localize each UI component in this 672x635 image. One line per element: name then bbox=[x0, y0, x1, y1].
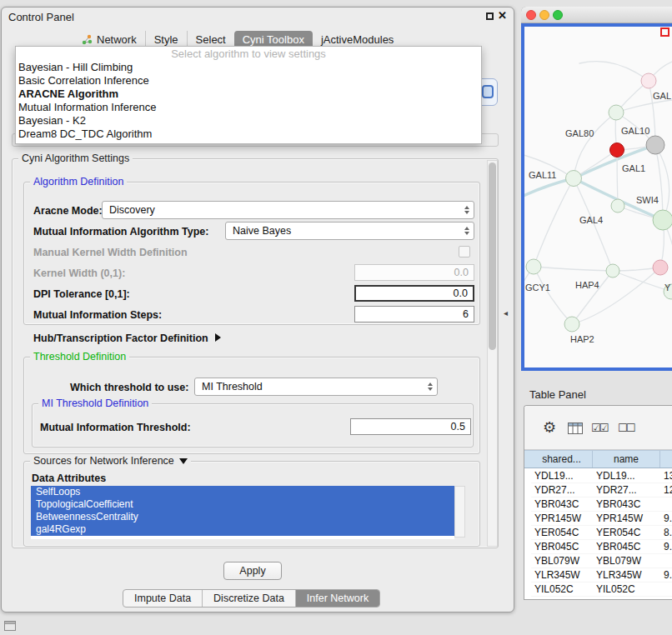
algorithm-menu-item-selected[interactable]: ARACNE Algorithm bbox=[16, 88, 481, 101]
aracne-mode-value: Discovery bbox=[109, 204, 155, 216]
attributes-list-scrollbar[interactable] bbox=[454, 486, 465, 538]
network-node[interactable] bbox=[606, 264, 619, 278]
tab-label: Style bbox=[154, 33, 178, 46]
aracne-mode-select[interactable]: Discovery bbox=[102, 201, 474, 219]
deselect-all-icon[interactable]: ☐☐ bbox=[618, 422, 634, 434]
table-row[interactable]: YIL052CYIL052C bbox=[531, 582, 672, 597]
network-node[interactable] bbox=[564, 317, 579, 332]
attribute-item-selected[interactable]: TopologicalCoefficient bbox=[31, 498, 454, 511]
tab-infer-network[interactable]: Infer Network bbox=[296, 590, 379, 607]
table-cell: YDR27... bbox=[593, 483, 660, 497]
tab-label: Cyni Toolbox bbox=[243, 33, 304, 46]
network-node[interactable] bbox=[526, 259, 541, 274]
cyni-algorithm-settings-title: Cyni Algorithm Settings bbox=[18, 152, 133, 164]
which-threshold-value: MI Threshold bbox=[202, 381, 263, 392]
table-header: shared... name bbox=[524, 450, 672, 468]
minimized-window-icon[interactable] bbox=[4, 621, 16, 631]
table-cell bbox=[660, 498, 672, 511]
network-node[interactable] bbox=[653, 210, 672, 230]
table-row[interactable]: YLR345WYLR345W9. bbox=[531, 568, 672, 582]
network-edge bbox=[534, 267, 572, 324]
table-row[interactable]: YBR043CYBR043C bbox=[531, 498, 672, 512]
table-cell: YDL19... bbox=[593, 469, 660, 482]
hub-section-toggle[interactable]: Hub/Transcription Factor Definition bbox=[33, 332, 221, 344]
tab-discretize-data[interactable]: Discretize Data bbox=[203, 590, 296, 607]
mac-zoom-button[interactable] bbox=[553, 10, 563, 20]
network-node-label: GAL10 bbox=[621, 126, 649, 136]
mi-algorithm-type-value: Naive Bayes bbox=[233, 225, 291, 237]
mi-algorithm-type-select[interactable]: Naive Bayes bbox=[225, 222, 474, 240]
select-all-icon[interactable]: ☑☑ bbox=[591, 422, 607, 434]
kernel-width-field[interactable]: 0.0 bbox=[354, 264, 474, 281]
tab-impute-data[interactable]: Impute Data bbox=[123, 590, 203, 607]
algorithm-menu-item[interactable]: Mutual Information Inference bbox=[16, 101, 481, 114]
apply-button[interactable]: Apply bbox=[223, 562, 282, 580]
table-row[interactable]: YPR145WYPR145W9. bbox=[531, 512, 672, 526]
mi-algorithm-type-label: Mutual Information Algorithm Type: bbox=[33, 226, 208, 238]
network-edge bbox=[534, 267, 613, 271]
attribute-item-selected[interactable]: BetweennessCentrality bbox=[31, 511, 454, 523]
mac-close-button[interactable] bbox=[526, 10, 536, 20]
column-header[interactable]: name bbox=[593, 451, 660, 468]
table-row[interactable]: YDR27...YDR27...12 bbox=[531, 483, 672, 498]
table-row[interactable]: YDL19...YDL19...13 bbox=[531, 469, 672, 483]
network-node[interactable] bbox=[609, 105, 624, 120]
settings-scrollbar[interactable] bbox=[487, 160, 498, 547]
network-node[interactable] bbox=[641, 73, 656, 88]
table-cell: YBL079W bbox=[593, 554, 660, 568]
mi-steps-field[interactable]: 6 bbox=[354, 306, 474, 322]
settings-glyph-icon bbox=[482, 85, 494, 98]
network-node-label: GAL80 bbox=[565, 128, 594, 138]
table-cell: YPR145W bbox=[531, 512, 593, 525]
algorithm-menu-item[interactable]: Dream8 DC_TDC Algorithm bbox=[16, 128, 481, 141]
close-window-icon[interactable]: ✕ bbox=[498, 9, 507, 22]
tab-label: Network bbox=[97, 33, 137, 46]
threshold-definition-title: Threshold Definition bbox=[30, 351, 129, 362]
tab-label: jActiveModules bbox=[321, 33, 394, 46]
gear-icon[interactable]: ⚙ bbox=[543, 418, 556, 437]
control-panel-title: Control Panel bbox=[8, 11, 74, 23]
network-node-label: HAP2 bbox=[570, 334, 594, 344]
mi-threshold-field[interactable]: 0.5 bbox=[350, 418, 471, 435]
scrollbar-thumb[interactable] bbox=[489, 162, 496, 350]
network-node[interactable] bbox=[610, 143, 624, 158]
splitter-collapse-icon[interactable]: ◂ bbox=[504, 308, 508, 318]
algorithm-menu-item[interactable]: Bayesian - Hill Climbing bbox=[16, 61, 481, 74]
mi-threshold-group-title: MI Threshold Definition bbox=[38, 398, 152, 409]
table-row[interactable]: YER054CYER054C8. bbox=[531, 526, 672, 540]
manual-kernel-width-checkbox[interactable] bbox=[459, 246, 470, 258]
sources-section-toggle[interactable]: Sources for Network Inference bbox=[30, 455, 191, 467]
network-node[interactable] bbox=[566, 171, 582, 187]
restore-window-icon[interactable] bbox=[486, 12, 494, 20]
attribute-item-selected[interactable]: SelfLoops bbox=[31, 486, 454, 498]
network-tab-icon bbox=[82, 34, 93, 45]
table-cell: 9. bbox=[660, 568, 672, 582]
algorithm-menu-item[interactable]: Basic Correlation Inference bbox=[16, 74, 481, 88]
table-row[interactable]: YBR045CYBR045C9. bbox=[531, 540, 672, 554]
network-node[interactable] bbox=[646, 136, 664, 154]
algorithm-definition-title: Algorithm Definition bbox=[30, 176, 127, 188]
manual-kernel-width-label: Manual Kernel Width Definition bbox=[33, 247, 188, 258]
table-toolbar: ⚙ ☑☑ ☐☐ bbox=[524, 406, 672, 450]
which-threshold-select[interactable]: MI Threshold bbox=[194, 378, 438, 396]
attribute-item-selected[interactable]: gal4RGexp bbox=[31, 523, 454, 536]
network-node[interactable] bbox=[653, 260, 668, 275]
tab-label: Select bbox=[196, 33, 226, 46]
network-node-label: GCY1 bbox=[525, 282, 550, 292]
table-cell: YER054C bbox=[593, 526, 660, 539]
column-header[interactable]: shared... bbox=[531, 451, 593, 468]
mac-minimize-button[interactable] bbox=[539, 10, 549, 20]
dpi-tolerance-field[interactable]: 0.0 bbox=[354, 285, 474, 302]
table-cell: YBR043C bbox=[593, 498, 660, 511]
network-edge bbox=[579, 62, 649, 81]
table-cell: YPR145W bbox=[593, 512, 660, 525]
bottom-tabs: Impute Data Discretize Data Infer Networ… bbox=[123, 589, 380, 608]
data-attributes-list: SelfLoops TopologicalCoefficient Between… bbox=[31, 486, 454, 539]
algorithm-menu-item[interactable]: Bayesian - K2 bbox=[16, 114, 481, 128]
column-header[interactable] bbox=[660, 451, 672, 468]
table-cell: YIL052C bbox=[531, 582, 593, 596]
network-node[interactable] bbox=[611, 199, 624, 212]
show-columns-icon[interactable] bbox=[568, 422, 583, 437]
table-cell: YBR045C bbox=[531, 540, 593, 553]
table-row[interactable]: YBL079WYBL079W bbox=[531, 554, 672, 568]
